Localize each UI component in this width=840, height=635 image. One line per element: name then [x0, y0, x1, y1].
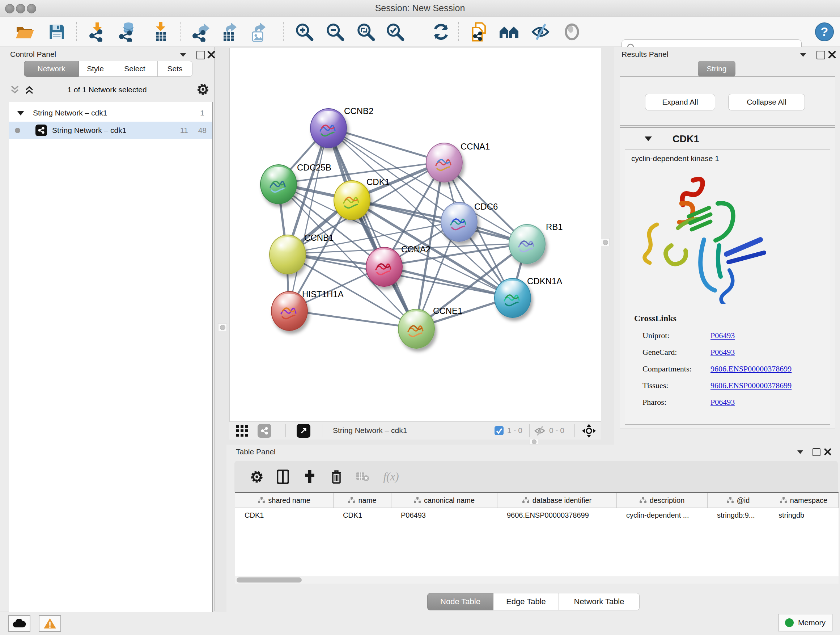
column-header-shared-name[interactable]: shared name [235, 493, 333, 508]
network-collection-row[interactable]: String Network – cdk1 1 [9, 104, 212, 122]
import-table-button[interactable] [150, 21, 171, 42]
crosslink-link[interactable]: P06493 [711, 397, 735, 407]
clone-network-button[interactable] [469, 21, 490, 42]
network-node-CCNB1[interactable] [269, 234, 306, 274]
network-view-icon[interactable] [257, 424, 271, 438]
zoom-fit-button[interactable] [355, 21, 376, 42]
close-panel-icon[interactable] [824, 448, 831, 455]
tab-node-table[interactable]: Node Table [427, 593, 493, 610]
network-node-CCNA1[interactable] [426, 143, 463, 182]
save-session-button[interactable] [46, 21, 67, 42]
table-tabs: Node TableEdge TableNetwork Table [427, 593, 639, 610]
close-panel-icon[interactable] [828, 51, 836, 59]
clone-network-icon [470, 21, 489, 42]
network-node-CCNE1[interactable] [398, 309, 435, 348]
collapse-gene-icon[interactable] [645, 136, 652, 141]
cell-database-identifier: 9606.ENSP00000378699 [497, 508, 617, 523]
detach-view-icon[interactable] [297, 424, 310, 438]
float-panel-icon[interactable] [813, 448, 821, 456]
function-builder-button[interactable]: f(x) [378, 469, 404, 485]
column-header-@id[interactable]: @id [707, 493, 769, 508]
zoom-out-button[interactable] [325, 21, 346, 42]
network-node-CCNB2[interactable] [310, 108, 347, 148]
show-columns-button[interactable] [275, 469, 291, 485]
table-hscrollbar[interactable] [235, 576, 838, 584]
export-network-button[interactable] [191, 21, 212, 42]
cell-canonical-name: P06493 [392, 508, 497, 523]
right-splitter-handle[interactable] [601, 238, 609, 246]
hscrollbar-thumb[interactable] [237, 578, 302, 583]
tab-network[interactable]: Network [24, 61, 79, 77]
network-canvas[interactable]: CCNB2CCNA1CDC25BCDK1CDC6RB1CCNB1CCNA2CDK… [229, 48, 601, 422]
birds-eye-icon[interactable] [582, 424, 596, 438]
panel-menu-icon[interactable] [797, 450, 803, 454]
bottom-splitter-handle[interactable] [530, 439, 538, 445]
first-neighbors-button[interactable] [499, 21, 519, 42]
protein-ribbon-thumb [341, 190, 363, 211]
crosslink-row: Compartments:9606.ENSP00000378699 [643, 361, 823, 377]
tab-edge-table[interactable]: Edge Table [493, 593, 559, 610]
network-node-RB1[interactable] [508, 224, 546, 264]
crosslink-link[interactable]: P06493 [711, 348, 735, 357]
left-splitter-handle[interactable] [218, 323, 227, 331]
export-image-button[interactable] [248, 21, 269, 42]
panel-menu-icon[interactable] [800, 53, 806, 57]
create-column-button[interactable] [302, 469, 317, 485]
collection-expand-icon[interactable] [17, 111, 24, 116]
open-session-button[interactable] [14, 21, 35, 42]
panel-menu-icon[interactable] [180, 53, 186, 57]
crosslink-link[interactable]: 9606.ENSP00000378699 [711, 381, 791, 390]
hide-selected-button[interactable] [530, 21, 551, 42]
gear-icon[interactable] [197, 83, 209, 96]
export-table-button[interactable] [219, 21, 240, 42]
tab-sets[interactable]: Sets [158, 61, 193, 77]
warnings-button[interactable] [39, 615, 61, 632]
zoom-selected-button[interactable] [385, 21, 406, 42]
memory-button[interactable]: Memory [778, 614, 832, 631]
import-network-button[interactable] [87, 21, 108, 42]
table-row[interactable]: CDK1CDK1P064939606.ENSP00000378699cyclin… [235, 508, 838, 523]
expand-all-button[interactable]: Expand All [645, 94, 715, 111]
apply-layout-button[interactable] [431, 21, 452, 42]
float-panel-icon[interactable] [196, 51, 205, 59]
column-header-canonical-name[interactable]: canonical name [392, 493, 497, 508]
delete-table-button[interactable] [355, 469, 370, 485]
table-panel: Table Panel [226, 445, 840, 612]
tab-style[interactable]: Style [79, 61, 112, 77]
window-title: Session: New Session [0, 3, 840, 13]
table-settings-button[interactable] [249, 469, 265, 485]
status-bar: Memory [0, 612, 840, 635]
collapse-all-button[interactable]: Collapse All [728, 94, 805, 111]
network-node-CDC6[interactable] [441, 202, 477, 242]
show-all-button[interactable] [561, 21, 583, 42]
protein-ribbon-thumb [516, 234, 538, 255]
network-row-selected[interactable]: String Network – cdk1 11 48 [9, 122, 212, 139]
crosslinks-title: CrossLinks [634, 314, 676, 323]
close-panel-icon[interactable] [207, 51, 215, 59]
help-button[interactable]: ? [814, 21, 835, 42]
float-panel-icon[interactable] [816, 51, 825, 59]
tab-network-table[interactable]: Network Table [559, 593, 639, 610]
cloud-status-button[interactable] [8, 615, 30, 632]
column-header-namespace[interactable]: namespace [769, 493, 838, 508]
column-label: description [650, 496, 685, 505]
network-node-CDKN1A[interactable] [494, 278, 531, 318]
selected-checkbox-icon[interactable] [494, 426, 504, 435]
crosslink-link[interactable]: 9606.ENSP00000378699 [711, 364, 791, 374]
statusbar-separator [486, 424, 486, 437]
grid-view-icon[interactable] [236, 424, 248, 437]
import-network-from-database-button[interactable] [118, 21, 139, 42]
network-node-CDC25B[interactable] [260, 165, 297, 204]
column-header-database-identifier[interactable]: database identifier [497, 493, 617, 508]
trash-icon [331, 470, 342, 484]
column-header-description[interactable]: description [617, 493, 707, 508]
zoom-in-button[interactable] [294, 21, 315, 42]
network-node-CDK1[interactable] [333, 180, 370, 220]
column-header-name[interactable]: name [333, 493, 392, 508]
tab-select[interactable]: Select [112, 61, 158, 77]
network-node-CCNA2[interactable] [366, 247, 403, 287]
save-icon [49, 24, 65, 40]
delete-column-button[interactable] [328, 469, 344, 485]
crosslink-link[interactable]: P06493 [711, 331, 735, 340]
tab-string[interactable]: String [698, 61, 736, 77]
